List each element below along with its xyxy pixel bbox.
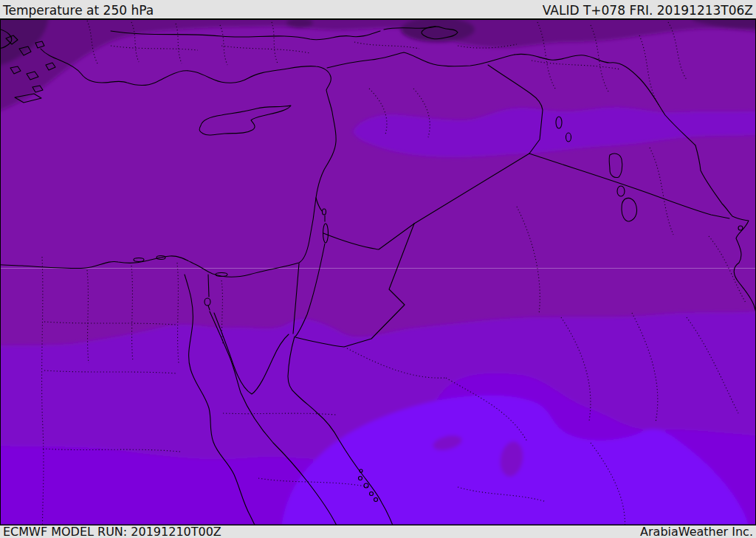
- title-bar: Temperature at 250 hPa VALID T+078 FRI. …: [0, 0, 756, 19]
- temperature-fill-layers: [0, 0, 756, 538]
- model-run-label: ECMWF MODEL RUN: 20191210T00Z: [3, 525, 221, 538]
- map-title: Temperature at 250 hPa: [3, 2, 154, 18]
- map-canvas: [0, 0, 756, 538]
- weather-map-screen: Temperature at 250 hPa VALID T+078 FRI. …: [0, 0, 756, 538]
- footer-bar: ECMWF MODEL RUN: 20191210T00Z ArabiaWeat…: [0, 525, 756, 538]
- valid-time: VALID T+078 FRI. 20191213T06Z: [543, 2, 753, 18]
- credit-label: ArabiaWeather Inc.: [640, 525, 753, 538]
